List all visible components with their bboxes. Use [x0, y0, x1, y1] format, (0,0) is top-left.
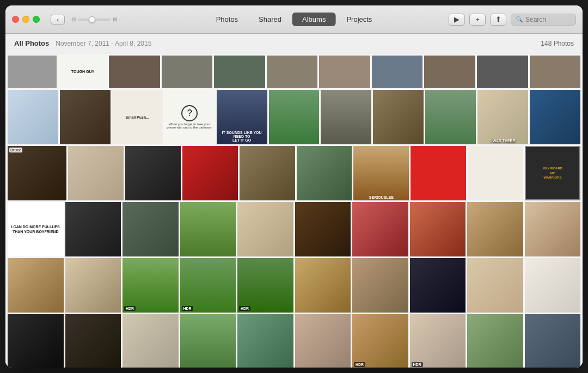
photo-thumb[interactable]: [125, 146, 181, 200]
photo-thumb[interactable]: ? When you forget to take your phone wit…: [164, 90, 215, 144]
photo-row: Bruce SERIOUSLEE KEY BOARDMCWARRIORS: [8, 146, 580, 200]
photo-thumb[interactable]: [530, 90, 580, 144]
tab-albums[interactable]: Albums: [292, 13, 335, 26]
add-icon: +: [475, 15, 480, 23]
photo-thumb[interactable]: [525, 202, 581, 256]
meme-text: When you forget to take your phone with …: [166, 123, 213, 129]
photo-thumb[interactable]: [180, 202, 236, 256]
all-photos-label: All Photos: [14, 39, 49, 47]
meme-icon: ?: [181, 105, 198, 121]
tab-photos[interactable]: Photos: [206, 13, 248, 26]
photo-thumb[interactable]: [373, 90, 424, 144]
share-button[interactable]: ⬆: [490, 14, 506, 26]
photo-thumb[interactable]: [267, 56, 318, 88]
photo-thumb[interactable]: SERIOUSLEE: [353, 146, 409, 200]
photo-thumb[interactable]: [352, 258, 408, 313]
photo-thumb[interactable]: [162, 56, 213, 88]
photo-thumb[interactable]: [65, 202, 121, 256]
photo-thumb[interactable]: [297, 146, 352, 200]
photo-thumb[interactable]: TOUGH GUY: [58, 56, 107, 88]
add-button[interactable]: +: [469, 14, 486, 26]
photo-thumb[interactable]: [319, 56, 370, 88]
meme-content: ? When you forget to take your phone wit…: [164, 90, 215, 144]
photo-thumb[interactable]: [372, 56, 423, 88]
photo-row: HDR HDR: [8, 314, 580, 368]
photo-thumb[interactable]: [425, 90, 476, 144]
photo-thumb[interactable]: [295, 258, 351, 313]
photo-thumb[interactable]: Bruce: [8, 146, 66, 200]
photo-row: TOUGH GUY: [8, 56, 580, 88]
back-button[interactable]: ‹: [51, 15, 65, 25]
photo-grid: TOUGH GUY Small Push... ? When you forge…: [5, 53, 583, 368]
zoom-thumb[interactable]: [89, 16, 95, 23]
titlebar: ‹ ⊟ ⊞ Photos Shared Albums Projects ▶ + …: [5, 5, 583, 34]
photo-thumb[interactable]: [8, 258, 64, 313]
main-tabs: Photos Shared Albums Projects: [206, 13, 382, 26]
share-icon: ⬆: [495, 15, 501, 23]
photo-thumb[interactable]: [8, 56, 57, 88]
photo-thumb[interactable]: [467, 258, 523, 313]
thumb-label: I WAS THERE: [491, 139, 516, 143]
photo-thumb[interactable]: [237, 202, 293, 256]
photo-thumb[interactable]: [295, 202, 351, 256]
photo-thumb[interactable]: HDR: [237, 258, 293, 313]
photo-thumb[interactable]: [65, 258, 121, 313]
photo-thumb[interactable]: [180, 314, 236, 368]
photo-thumb[interactable]: Small Push...: [112, 90, 163, 144]
pullup-meme: I CAN DO MORE PULLUPS THAN YOUR BOYFRIEN…: [8, 202, 64, 256]
tab-shared[interactable]: Shared: [249, 13, 291, 26]
photo-thumb[interactable]: IT SOUNDS LIKE YOU NEED TOLET IT GO: [217, 90, 267, 144]
red-content: [411, 146, 466, 200]
hdr-badge: HDR: [124, 306, 136, 311]
photo-thumb[interactable]: [240, 146, 295, 200]
toolbar-right: ▶ + ⬆ 🔍: [449, 14, 576, 26]
photo-thumb[interactable]: [8, 314, 64, 368]
photo-thumb[interactable]: [122, 314, 179, 368]
photo-thumb[interactable]: [411, 146, 466, 200]
photo-thumb[interactable]: HDR: [410, 314, 466, 368]
photo-thumb[interactable]: [467, 314, 523, 368]
subtitlebar: All Photos November 7, 2011 - April 8, 2…: [5, 34, 583, 53]
zoom-track[interactable]: [78, 19, 111, 21]
hdr-badge: HDR: [354, 362, 365, 367]
photo-thumb[interactable]: [269, 90, 320, 144]
photo-thumb[interactable]: I CAN DO MORE PULLUPS THAN YOUR BOYFRIEN…: [8, 202, 64, 256]
photo-thumb[interactable]: [68, 146, 124, 200]
photo-thumb[interactable]: [109, 56, 160, 88]
photo-thumb[interactable]: [122, 202, 179, 256]
photo-thumb[interactable]: KEY BOARDMCWARRIORS: [525, 146, 580, 200]
minimize-button[interactable]: [22, 16, 29, 23]
photo-thumb[interactable]: [237, 314, 293, 368]
photo-thumb[interactable]: [410, 258, 466, 313]
zoom-in-icon: ⊞: [113, 16, 117, 22]
photo-thumb[interactable]: [60, 90, 111, 144]
photo-thumb[interactable]: [214, 56, 265, 88]
photo-thumb[interactable]: HDR: [180, 258, 236, 313]
photo-thumb[interactable]: [477, 56, 528, 88]
photo-thumb[interactable]: [321, 90, 371, 144]
photo-thumb[interactable]: HDR: [352, 314, 408, 368]
photo-thumb[interactable]: HDR: [122, 258, 179, 313]
photo-thumb[interactable]: [65, 314, 121, 368]
search-icon: 🔍: [516, 16, 523, 23]
photo-thumb[interactable]: [467, 202, 523, 256]
photo-thumb[interactable]: [182, 146, 238, 200]
photo-thumb[interactable]: [8, 90, 58, 144]
tab-projects[interactable]: Projects: [336, 13, 382, 26]
photo-thumb[interactable]: I WAS THERE: [477, 90, 528, 144]
photo-thumb[interactable]: [295, 314, 351, 368]
photo-thumb[interactable]: [525, 314, 581, 368]
photo-thumb[interactable]: [410, 202, 466, 256]
search-box[interactable]: 🔍: [511, 14, 576, 26]
play-button[interactable]: ▶: [449, 14, 465, 26]
photo-thumb[interactable]: [352, 202, 408, 256]
photo-thumb[interactable]: [525, 258, 581, 313]
maximize-button[interactable]: [33, 16, 40, 23]
photo-thumb[interactable]: [424, 56, 475, 88]
photo-thumb[interactable]: [468, 146, 523, 200]
hdr-badge: HDR: [239, 306, 250, 311]
traffic-lights: [12, 16, 40, 23]
close-button[interactable]: [12, 16, 19, 23]
search-input[interactable]: [525, 16, 574, 23]
photo-thumb[interactable]: [530, 56, 581, 88]
